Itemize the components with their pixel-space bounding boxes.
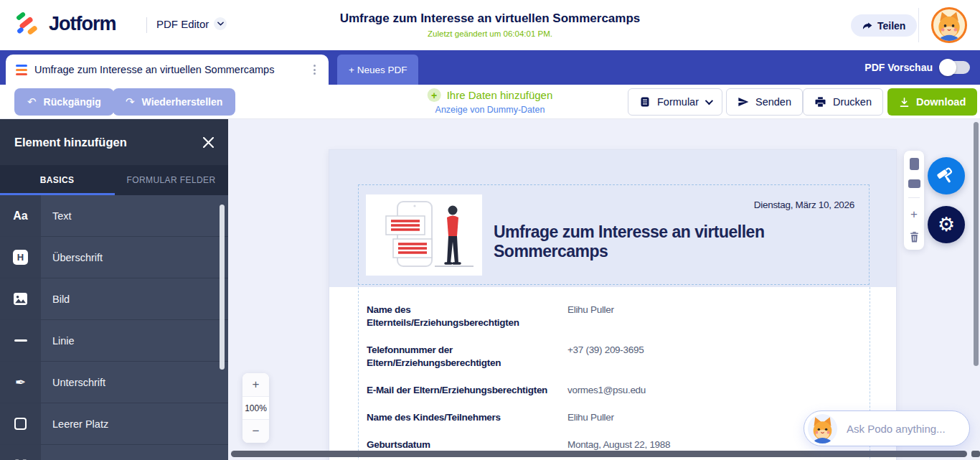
element-label: Unterschrift: [41, 362, 228, 403]
panel-header: Element hinzufügen: [0, 119, 228, 165]
share-button[interactable]: Teilen: [851, 14, 917, 37]
trash-icon[interactable]: [909, 231, 920, 243]
undo-icon: ↶: [27, 95, 37, 108]
field-value: vormes1@psu.edu: [567, 384, 646, 397]
scrollbar-corner: [971, 451, 980, 457]
user-avatar[interactable]: [931, 7, 967, 43]
portrait-page-icon[interactable]: [910, 158, 919, 170]
add-element-panel: Element hinzufügen BASICS FORMULAR FELDE…: [0, 119, 228, 460]
element-list-item[interactable]: Bild: [0, 278, 228, 320]
element-label: [41, 445, 228, 460]
redo-button[interactable]: ↷ Wiederherstellen: [113, 88, 235, 116]
form-field-row[interactable]: Telefonnummer der Eltern/Erziehungsberec…: [367, 344, 896, 370]
new-pdf-button[interactable]: + Neues PDF: [337, 55, 418, 85]
tab-options-kebab-icon[interactable]: [311, 62, 319, 78]
element-list-item[interactable]: Aa Text: [0, 195, 228, 237]
document-canvas: Dienstag, März 10, 2026 Umfrage zum Inte…: [228, 119, 980, 460]
jotform-logo[interactable]: Jotform: [14, 11, 116, 37]
element-list-item[interactable]: Linie: [0, 320, 228, 362]
add-your-data-button[interactable]: + Ihre Daten hinzufügen: [428, 88, 553, 102]
zoom-in-button[interactable]: +: [242, 373, 269, 396]
form-label: Formular: [657, 96, 699, 108]
brand-name: Jotform: [49, 13, 116, 35]
add-data-block: + Ihre Daten hinzufügen Anzeige von Dumm…: [428, 88, 553, 116]
share-label: Teilen: [877, 20, 905, 32]
form-field-row[interactable]: Name des Elternteils/Erziehungsberechtig…: [367, 304, 896, 329]
form-field-row[interactable]: E-Mail der Eltern/Erziehungsberechtigten…: [367, 384, 896, 397]
panel-title: Element hinzufügen: [14, 136, 127, 149]
vertical-scrollbar-thumb[interactable]: [974, 122, 979, 366]
document-date[interactable]: Dienstag, März 10, 2026: [754, 200, 854, 210]
form-dropdown-button[interactable]: Formular: [628, 88, 722, 116]
horizontal-scrollbar-thumb[interactable]: [231, 451, 967, 457]
pdf-preview-control: PDF Vorschau: [864, 50, 970, 85]
pdf-tab-label: Umfrage zum Interesse an virtuellen Somm…: [34, 64, 303, 75]
pdf-tab-bar: Umfrage zum Interesse an virtuellen Somm…: [0, 50, 980, 85]
printer-icon: [814, 96, 826, 108]
line-icon: [0, 320, 41, 361]
last-modified-status: Zuletzt geändert um 06:04:01 PM.: [275, 29, 705, 38]
product-switcher[interactable]: PDF Editor: [156, 17, 227, 30]
element-list-item[interactable]: [0, 445, 228, 460]
element-list: Aa Text H Überschrift Bild Linie ✒ Unter…: [0, 195, 228, 460]
document-heading[interactable]: Umfrage zum Interesse an virtuellen Somm…: [494, 222, 838, 261]
download-icon: [899, 97, 910, 108]
header-illustration[interactable]: [366, 194, 482, 276]
download-button[interactable]: Download: [887, 88, 977, 116]
send-label: Senden: [755, 96, 791, 108]
field-label: Name des Kindes/Teilnehmers: [367, 411, 560, 424]
undo-button[interactable]: ↶ Rückgängig: [14, 88, 114, 116]
field-label: Name des Elternteils/Erziehungsberechtig…: [367, 304, 560, 329]
send-button[interactable]: Senden: [726, 88, 803, 116]
pdf-preview-label: PDF Vorschau: [864, 62, 933, 73]
empty-space-icon: [0, 403, 41, 444]
pdf-editor-app: Jotform PDF Editor Umfrage zum Interesse…: [0, 0, 980, 460]
design-paint-roller-button[interactable]: [928, 157, 965, 194]
panel-tabs: BASICS FORMULAR FELDER: [0, 165, 228, 195]
print-button[interactable]: Drucken: [803, 88, 883, 116]
text-icon: Aa: [0, 195, 41, 236]
zoom-control: + 100% −: [242, 373, 269, 443]
element-label: Leerer Platz: [41, 403, 228, 444]
product-label: PDF Editor: [156, 18, 209, 30]
pdf-document-icon: [16, 65, 27, 75]
panel-scrollbar-thumb[interactable]: [220, 205, 225, 370]
field-value: Elihu Puller: [567, 411, 614, 424]
element-list-item[interactable]: H Überschrift: [0, 237, 228, 278]
field-value: Elihu Puller: [567, 304, 614, 329]
tab-formular-felder[interactable]: FORMULAR FELDER: [114, 165, 228, 195]
element-label: Text: [41, 195, 228, 236]
settings-gear-button[interactable]: ⚙: [928, 206, 965, 243]
add-page-icon[interactable]: +: [910, 207, 918, 222]
zoom-out-button[interactable]: −: [242, 420, 269, 443]
ask-podo-chat-widget[interactable]: Ask Podo anything...: [804, 410, 970, 446]
add-your-data-label: Ihre Daten hinzufügen: [447, 89, 553, 101]
header-divider: [146, 17, 147, 33]
signature-icon: ✒: [0, 362, 41, 403]
send-plane-icon: [738, 96, 749, 108]
element-list-item[interactable]: Leerer Platz: [0, 403, 228, 445]
podo-placeholder: Ask Podo anything...: [847, 423, 946, 435]
header-divider: [918, 8, 919, 42]
field-label: E-Mail der Eltern/Erziehungsberechtigten: [367, 384, 560, 397]
page-title: Umfrage zum Interesse an virtuellen Somm…: [275, 11, 705, 26]
element-list-item[interactable]: ✒ Unterschrift: [0, 362, 228, 403]
toggle-knob: [939, 59, 956, 76]
element-label: Linie: [41, 320, 228, 361]
podo-cat-icon: [808, 414, 837, 443]
zoom-level: 100%: [242, 396, 269, 420]
landscape-page-icon[interactable]: [908, 179, 920, 188]
active-pdf-tab[interactable]: Umfrage zum Interesse an virtuellen Somm…: [6, 55, 329, 85]
pdf-preview-toggle[interactable]: [940, 61, 970, 74]
tab-basics[interactable]: BASICS: [0, 165, 114, 195]
heading-icon: H: [0, 237, 41, 278]
field-value: Montag, August 22, 1988: [567, 438, 670, 451]
download-label: Download: [916, 96, 966, 108]
header-selection-dashed-border[interactable]: Dienstag, März 10, 2026 Umfrage zum Inte…: [358, 184, 870, 285]
dummy-data-link[interactable]: Anzeige von Dummy-Daten: [435, 105, 545, 115]
top-header: Jotform PDF Editor Umfrage zum Interesse…: [0, 0, 980, 50]
share-arrow-icon: [862, 21, 872, 30]
close-icon[interactable]: [203, 137, 214, 148]
chevron-down-icon: [705, 97, 713, 105]
chevron-down-icon: [214, 17, 227, 30]
